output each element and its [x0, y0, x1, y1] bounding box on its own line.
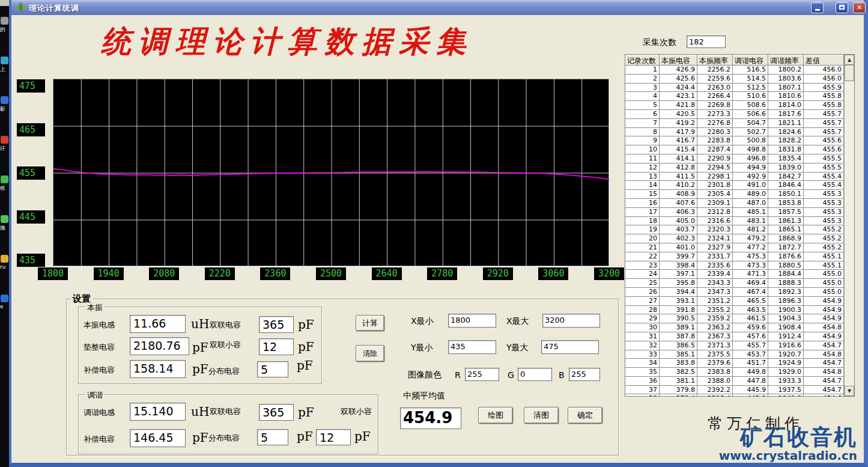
desktop-icon[interactable]	[1, 255, 8, 263]
table-row[interactable]: 22399.72331.7475.31876.6455.1	[625, 252, 844, 261]
table-row[interactable]: 4423.12266.4510.61810.6455.8	[625, 92, 844, 101]
table-row[interactable]: 28391.82355.2463.51900.3454.9	[625, 306, 844, 315]
table-row[interactable]: 35382.52383.8449.81929.0454.8	[625, 368, 844, 377]
desktop-icon-label: 讦	[0, 145, 9, 153]
table-row[interactable]: 9416.72283.8500.81828.2455.6	[625, 136, 844, 145]
column-header[interactable]: 差值	[804, 55, 844, 66]
table-cell: 1888.3	[768, 279, 804, 288]
table-cell: 1876.6	[768, 252, 804, 261]
desktop-icon[interactable]	[1, 17, 8, 25]
table-row[interactable]: 5421.82269.8508.61814.0455.8	[625, 101, 844, 110]
table-row[interactable]: 19403.72320.3481.21865.1455.2	[625, 225, 844, 234]
table-cell: 1	[625, 66, 660, 75]
local-osc-inductance-input[interactable]: 11.66	[130, 315, 186, 333]
g-input[interactable]: 0	[518, 368, 552, 381]
compensation-capacitor-input[interactable]: 158.14	[130, 360, 186, 378]
desktop-icon[interactable]	[1, 215, 8, 223]
table-row[interactable]: 31387.82367.3457.61912.4454.9	[625, 332, 844, 341]
table-row[interactable]: 25395.82343.3469.41888.3455.0	[625, 279, 844, 288]
scroll-down-button[interactable]: ▼	[845, 386, 854, 396]
desktop-icon[interactable]	[1, 96, 8, 104]
calculate-button[interactable]: 计算	[356, 315, 384, 331]
table-row[interactable]: 37379.82392.2445.91937.5454.7	[625, 386, 844, 395]
column-header[interactable]: 本振电容	[660, 55, 697, 66]
table-row[interactable]: 10415.42287.4498.81831.8455.6	[625, 145, 844, 154]
table-cell: 2355.2	[697, 306, 733, 315]
xmax-input[interactable]: 3200	[542, 314, 600, 328]
table-row[interactable]: 8417.92280.3502.71824.6455.7	[625, 128, 844, 137]
gang-capacitor-input[interactable]: 365	[259, 316, 294, 333]
ok-button[interactable]: 确定	[568, 407, 602, 424]
tuning-stray-input[interactable]: 5	[257, 429, 288, 445]
table-row[interactable]: 11414.12290.9496.81835.4455.5	[625, 154, 844, 163]
table-cell: 1941.8	[768, 394, 804, 397]
table-row[interactable]: 15408.92305.4489.01850.1455.3	[625, 190, 844, 199]
table-row[interactable]: 30389.12363.2459.61908.4454.8	[625, 323, 844, 332]
table-cell: 1884.4	[768, 270, 804, 279]
table-row[interactable]: 26394.42347.3467.41892.3455.0	[625, 288, 844, 297]
table-row[interactable]: 7419.22276.8504.71821.1455.7	[625, 119, 844, 128]
tuning-inductance-input[interactable]: 15.140	[130, 403, 186, 421]
column-header[interactable]: 调谐电容	[733, 55, 768, 66]
table-row[interactable]: 14410.22301.8491.01846.4455.4	[625, 181, 844, 190]
xmin-input[interactable]: 1800	[448, 314, 496, 328]
ymax-input[interactable]: 475	[541, 340, 599, 354]
maximize-button[interactable]	[836, 2, 848, 13]
table-cell: 394.4	[660, 288, 697, 297]
table-row[interactable]: 24397.12339.4471.31884.4455.0	[625, 270, 844, 279]
desktop-icon[interactable]	[1, 176, 8, 183]
desktop-icon[interactable]	[1, 295, 8, 302]
close-button[interactable]: ✕	[853, 2, 866, 13]
table-row[interactable]: 33385.12375.5453.71920.7454.8	[625, 350, 844, 359]
table-scrollbar[interactable]: ▲ ▼	[844, 55, 854, 396]
table-row[interactable]: 18405.02316.6483.11861.3455.3	[625, 217, 844, 226]
table-row[interactable]: 3424.42263.0512.51807.1455.9	[625, 84, 844, 93]
b-input[interactable]: 255	[569, 368, 600, 381]
clear-plot-button[interactable]: 清图	[524, 407, 559, 424]
table-row[interactable]: 21401.02327.9477.21872.7455.2	[625, 243, 844, 252]
table-row[interactable]: 23398.42335.6473.31880.5455.1	[625, 261, 844, 270]
table-row[interactable]: 16407.62309.1487.01853.8455.3	[625, 199, 844, 208]
table-row[interactable]: 36381.12388.0447.81933.3454.7	[625, 377, 844, 386]
table-row[interactable]: 27393.12351.2465.51896.3454.9	[625, 297, 844, 306]
table-cell: 1929.0	[768, 368, 804, 377]
table-row[interactable]: 1426.92256.2516.51800.2456.0	[625, 66, 844, 75]
table-cell: 2351.2	[697, 297, 733, 306]
ymin-input[interactable]: 435	[448, 340, 496, 354]
table-cell: 445.9	[733, 386, 768, 395]
table-row[interactable]: 12412.82294.5494.91839.0455.5	[625, 163, 844, 172]
table-row[interactable]: 17406.32312.8485.11857.5455.3	[625, 208, 844, 217]
if-average-value[interactable]: 454.9	[400, 407, 461, 429]
table-cell: 489.0	[733, 190, 768, 199]
table-row[interactable]: 38378.42396.4443.91941.8454.6	[625, 394, 844, 397]
minimize-button[interactable]	[811, 2, 824, 13]
table-row[interactable]: 13411.52298.1492.91842.7455.4	[625, 172, 844, 182]
tuning-gang-capacitor-input[interactable]: 365	[259, 404, 294, 421]
stray-capacitance-input[interactable]: 5	[257, 361, 288, 377]
table-cell: 9	[625, 136, 660, 145]
table-row[interactable]: 6420.52273.3506.61817.6455.7	[625, 110, 844, 119]
desktop-icon[interactable]	[1, 136, 8, 144]
desktop-icon[interactable]	[1, 56, 8, 64]
tuning-compensation-input[interactable]: 146.45	[130, 429, 186, 447]
table-cell: 389.1	[660, 323, 697, 332]
column-header[interactable]: 本振频率	[697, 55, 733, 66]
collect-count-input[interactable]: 182	[687, 35, 726, 48]
draw-button[interactable]: 绘图	[478, 407, 513, 424]
table-row[interactable]: 32386.52371.3455.71916.6454.7	[625, 341, 844, 350]
gang-trimmer-input[interactable]: 12	[259, 338, 294, 355]
clear-button[interactable]: 清除	[356, 345, 384, 362]
scroll-thumb[interactable]	[845, 65, 854, 81]
padding-capacitor-input[interactable]: 2180.76	[130, 337, 189, 355]
titlebar[interactable]: 理论计算统调	[11, 0, 864, 15]
table-row[interactable]: 2425.62259.6514.51803.6456.0	[625, 75, 844, 84]
table-row[interactable]: 20402.32324.1479.21868.9455.2	[625, 234, 844, 243]
table-row[interactable]: 34383.82379.6451.71924.9454.7	[625, 359, 844, 368]
table-row[interactable]: 29390.52359.2461.51904.3454.9	[625, 314, 844, 323]
scroll-up-button[interactable]: ▲	[845, 55, 854, 65]
chart-plot-area[interactable]	[53, 79, 609, 266]
r-input[interactable]: 255	[465, 368, 499, 381]
column-header[interactable]: 调谐频率	[768, 55, 804, 66]
tuning-gang-trimmer-input[interactable]: 12	[316, 429, 351, 445]
column-header[interactable]: 记录次数	[625, 55, 660, 66]
